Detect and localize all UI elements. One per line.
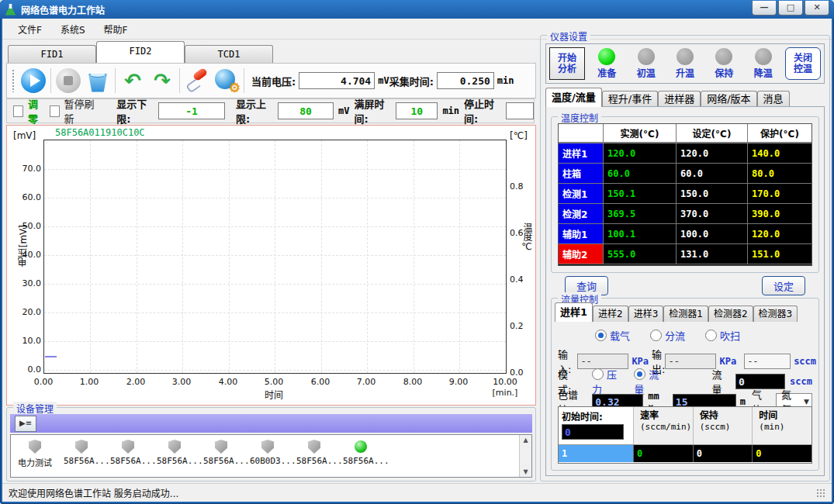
clear-button[interactable] xyxy=(83,66,112,95)
carrier-gas-radio[interactable]: 载气 xyxy=(595,328,630,343)
device-shield-icon xyxy=(75,440,88,454)
table-row[interactable]: 柱箱 60.0 60.0 80.0 xyxy=(559,164,812,184)
purge-radio[interactable]: 吹扫 xyxy=(705,328,740,343)
x-tick: 7.00 xyxy=(351,377,382,387)
close-temp-control-button[interactable]: 关闭 控温 xyxy=(785,47,821,80)
y-tick-right: 0.6 xyxy=(510,228,524,238)
tab-fid1[interactable]: FID1 xyxy=(8,45,96,63)
flow-tab-detector2[interactable]: 检测器2 xyxy=(708,306,753,322)
device-list-scrollbar[interactable]: ▲ ▼ xyxy=(519,435,531,477)
status-cooling: 降温 xyxy=(746,48,780,79)
flow-tab-inlet3[interactable]: 进样3 xyxy=(628,306,664,322)
voltage-value-field[interactable] xyxy=(299,72,375,89)
fullscreen-time-field[interactable] xyxy=(396,102,438,119)
acq-time-field[interactable] xyxy=(437,72,494,89)
initial-time-field[interactable] xyxy=(562,424,624,440)
device-item[interactable]: 58F56A... xyxy=(203,438,239,466)
statusbar: 欢迎使用网络色谱工作站 服务启动成功... xyxy=(2,483,832,502)
flow-tab-detector1[interactable]: 检测器1 xyxy=(663,306,708,322)
device-item[interactable]: 电力测试 xyxy=(17,438,53,468)
device-shield-icon xyxy=(261,440,274,454)
stop-time-field[interactable] xyxy=(506,102,534,119)
menu-file[interactable]: 文件F xyxy=(10,20,50,38)
column-len-unit: m xyxy=(740,396,746,407)
tab-temp-flow[interactable]: 温度/流量 xyxy=(545,88,602,107)
device-item[interactable]: 58F56A... xyxy=(64,438,99,466)
status-ramping: 升温 xyxy=(668,48,702,79)
toolbar-grip[interactable] xyxy=(12,69,15,92)
menu-help[interactable]: 帮助F xyxy=(96,20,136,38)
temperature-control-group: 温度控制 实测(°C) 设定(°C) 保护(°C) 进样1 120.0 120.… xyxy=(551,116,819,273)
plot-area[interactable] xyxy=(43,140,507,374)
display-controls: 调零 暂停刷新 显示下限: 显示上限: mV 满屏时间: min 停止时间: xyxy=(6,98,535,123)
tools-button[interactable] xyxy=(182,66,212,95)
device-shield-icon xyxy=(168,440,181,454)
zero-checkbox[interactable] xyxy=(13,105,23,117)
close-button[interactable]: ✕ xyxy=(805,1,829,16)
initial-time-label: 初始时间: xyxy=(562,412,603,423)
flow-tab-detector3[interactable]: 检测器3 xyxy=(753,306,798,322)
flow-control-group: 流量控制 进样1 进样2 进样3 检测器1 检测器2 检测器3 载气 分流 吹扫 xyxy=(551,298,819,471)
device-item[interactable]: 58F56A... xyxy=(296,438,332,466)
y-tick-right: 0.8 xyxy=(510,181,524,192)
y-tick-right: 0.4 xyxy=(510,274,524,285)
toolbar-separator xyxy=(179,68,180,93)
hold-column-header: 保持 (sccm) xyxy=(693,407,753,444)
table-row[interactable]: 辅助1 100.1 100.0 120.0 xyxy=(559,224,812,244)
toolbar-separator xyxy=(244,68,244,93)
rate-column-header: 速率 (sccm/min) xyxy=(633,407,693,444)
cooling-light-icon xyxy=(755,48,772,65)
tab-network-version[interactable]: 网络/版本 xyxy=(701,91,756,107)
flow-tab-inlet2[interactable]: 进样2 xyxy=(593,306,628,322)
flow-ramp-table: 初始时间: 速率 (sccm/min) 保持 (sccm) xyxy=(558,406,812,464)
titlebar: 网络色谱电力工作站 — □ ✕ xyxy=(0,0,834,19)
right-axis-unit: [℃] xyxy=(510,130,528,141)
resize-grip[interactable] xyxy=(816,488,825,498)
device-item[interactable]: 60B0D3... xyxy=(250,438,285,466)
lower-limit-field[interactable] xyxy=(158,102,225,119)
device-list-button[interactable]: ▶≡ xyxy=(15,416,36,432)
device-item[interactable]: 58F56A... xyxy=(110,438,146,466)
acq-time-unit: min xyxy=(497,75,514,86)
table-row[interactable]: 检测1 150.1 150.0 170.0 xyxy=(559,184,812,204)
y-tick-right: 0.2 xyxy=(510,321,524,331)
stop-acquisition-button[interactable] xyxy=(54,66,83,95)
redo-button[interactable]: ↷ xyxy=(147,66,177,95)
series-label: 58F56A011910C10C xyxy=(55,127,145,138)
table-row[interactable]: 进样1 120.0 120.0 140.0 xyxy=(559,143,812,164)
tab-program-events[interactable]: 程升/事件 xyxy=(602,91,658,107)
menu-system[interactable]: 系统S xyxy=(53,20,93,38)
app-icon xyxy=(5,4,16,16)
tab-injector[interactable]: 进样器 xyxy=(658,91,701,107)
split-radio[interactable]: 分流 xyxy=(650,328,685,343)
acq-time-label: 采集时间: xyxy=(389,74,434,88)
tab-messages[interactable]: 消息 xyxy=(757,91,790,107)
scroll-up-icon[interactable]: ▲ xyxy=(520,435,531,445)
temp-set-button[interactable]: 设定 xyxy=(762,276,805,295)
tab-tcd1[interactable]: TCD1 xyxy=(185,45,273,63)
flow-tab-inlet1[interactable]: 进样1 xyxy=(555,302,593,322)
tab-fid2[interactable]: FID2 xyxy=(96,41,185,63)
start-acquisition-button[interactable] xyxy=(19,66,48,95)
undo-button[interactable]: ↶ xyxy=(118,66,147,95)
instrument-settings-title: 仪器设置 xyxy=(547,29,590,43)
temperature-control-title: 温度控制 xyxy=(558,111,601,124)
arrow-left-icon: ↶ xyxy=(124,71,141,91)
table-row[interactable]: 检测2 369.5 370.0 390.0 xyxy=(559,204,812,224)
minimize-button[interactable]: — xyxy=(752,1,777,16)
network-settings-button[interactable]: ⚙ xyxy=(212,66,241,95)
start-analysis-button[interactable]: 开始 分析 xyxy=(549,47,585,80)
device-item-online[interactable]: 58F56A... xyxy=(343,438,379,466)
device-online-icon xyxy=(355,440,367,453)
scroll-down-icon[interactable]: ▼ xyxy=(520,467,531,477)
maximize-button[interactable]: □ xyxy=(778,1,803,16)
toolbar-separator xyxy=(50,68,51,93)
upper-limit-field[interactable] xyxy=(278,102,334,119)
device-shield-icon xyxy=(122,440,134,454)
ramp-row[interactable]: 1 0 0 0 xyxy=(559,445,812,462)
device-item[interactable]: 58F56A... xyxy=(157,438,192,466)
table-row-alarm[interactable]: 辅助2 555.0 131.0 151.0 xyxy=(559,244,812,264)
x-tick: 5.00 xyxy=(258,377,289,387)
voltage-unit: mV xyxy=(378,75,389,86)
pause-refresh-checkbox[interactable] xyxy=(50,105,60,117)
